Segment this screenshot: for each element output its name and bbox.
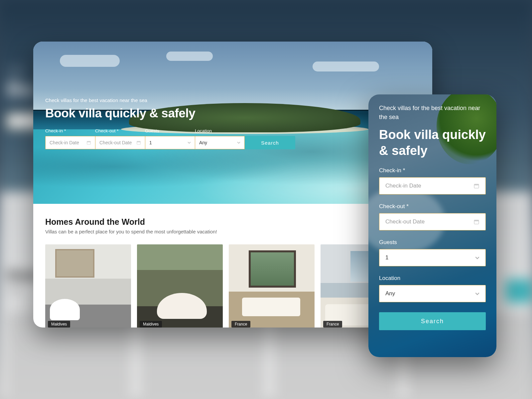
hero-headline: Book villa quickly & safely [45, 106, 420, 120]
calendar-icon [473, 219, 479, 225]
svg-rect-1 [87, 141, 91, 142]
checkout-input[interactable]: Check-out Date [95, 136, 145, 149]
mobile-checkout-input[interactable]: Check-out Date [379, 213, 486, 230]
mobile-location-label: Location [379, 275, 486, 282]
search-bar: Check-in * Check-in Date Check-out * Che… [45, 128, 420, 149]
mobile-preview: Check villas for the best vacation near … [368, 94, 496, 357]
mobile-search-button[interactable]: Search [379, 312, 486, 330]
calendar-icon [136, 140, 141, 145]
location-select[interactable]: Any [195, 136, 245, 149]
guests-value: 1 [149, 140, 152, 145]
homes-subtitle: Villas can be a perfect place for you to… [45, 229, 217, 234]
chevron-down-icon [237, 141, 240, 144]
guests-select[interactable]: 1 [145, 136, 195, 149]
guests-label: Guests [145, 128, 195, 133]
location-value: Any [199, 140, 207, 145]
mobile-checkout-placeholder: Check-out Date [385, 218, 425, 225]
chevron-down-icon [475, 292, 479, 296]
mobile-checkin-input[interactable]: Check-in Date [379, 177, 486, 195]
mobile-location-value: Any [385, 290, 395, 297]
mobile-guests-label: Guests [379, 239, 486, 246]
chevron-down-icon [475, 256, 479, 260]
villa-image [45, 244, 131, 328]
mobile-headline: Book villa quickly & safely [379, 127, 486, 159]
location-badge: France [231, 321, 250, 328]
mobile-location-select[interactable]: Any [379, 285, 486, 302]
villa-image [137, 244, 223, 328]
checkin-placeholder: Check-in Date [50, 140, 79, 145]
mobile-checkin-placeholder: Check-in Date [385, 183, 421, 189]
chevron-down-icon [188, 141, 191, 144]
location-badge: France [323, 321, 342, 328]
homes-title: Homes Around the World [45, 217, 217, 227]
mobile-guests-select[interactable]: 1 [379, 249, 486, 266]
villa-image [229, 244, 315, 328]
svg-rect-7 [474, 220, 479, 221]
checkin-label: Check-in * [45, 128, 95, 133]
checkout-label: Check-out * [95, 128, 145, 133]
calendar-icon [86, 140, 91, 145]
villa-card[interactable]: France [229, 244, 315, 328]
location-badge: Maldives [48, 321, 70, 328]
mobile-guests-value: 1 [385, 254, 388, 261]
location-label: Location [195, 128, 245, 133]
hero-tagline: Check villas for the best vacation near … [45, 97, 420, 103]
search-button[interactable]: Search [245, 136, 295, 149]
checkout-placeholder: Check-out Date [99, 140, 132, 145]
villa-card[interactable]: Maldives [45, 244, 131, 328]
calendar-icon [473, 183, 479, 189]
villa-card[interactable]: Maldives [137, 244, 223, 328]
svg-rect-5 [474, 184, 479, 186]
mobile-checkin-label: Check-in * [379, 167, 486, 174]
location-badge: Maldives [140, 321, 162, 328]
mobile-checkout-label: Check-out * [379, 203, 486, 210]
mobile-tagline: Check villas for the best vacation near … [379, 104, 486, 122]
checkin-input[interactable]: Check-in Date [45, 136, 95, 149]
svg-rect-3 [137, 141, 141, 142]
